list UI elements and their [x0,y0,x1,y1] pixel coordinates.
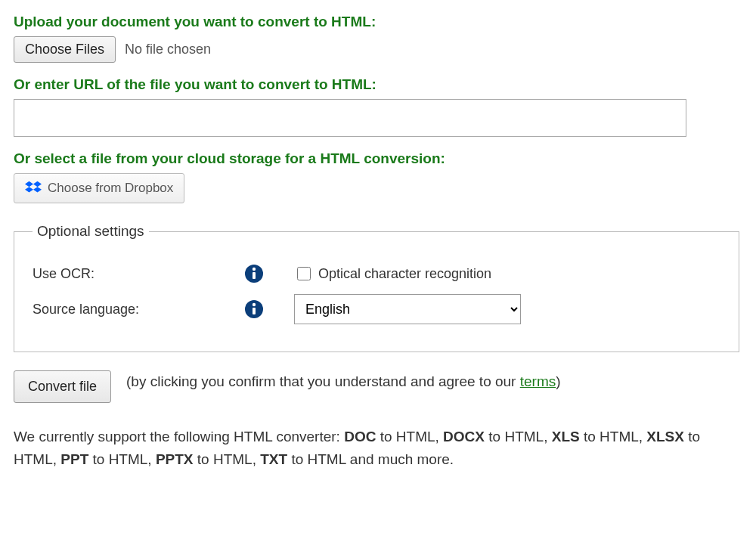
optional-settings-fieldset: Optional settings Use OCR: Optical chara… [14,223,739,352]
ocr-checkbox-label: Optical character recognition [318,266,491,282]
url-input[interactable] [14,99,686,137]
format-txt: TXT [260,451,287,467]
source-language-select[interactable]: English [294,294,521,324]
format-xls: XLS [552,429,580,444]
ocr-checkbox[interactable] [297,267,311,280]
dropbox-icon [25,180,42,197]
choose-files-button[interactable]: Choose Files [14,36,116,63]
ocr-row: Use OCR: Optical character recognition [33,264,720,283]
svg-point-2 [253,268,256,271]
svg-rect-1 [253,272,256,279]
upload-heading: Upload your document you want to convert… [14,14,742,30]
agree-text: (by clicking you confirm that you unders… [126,370,561,393]
ocr-label: Use OCR: [33,266,244,282]
dropbox-button-label: Choose from Dropbox [48,181,173,196]
svg-rect-4 [253,308,256,314]
format-doc: DOC [344,429,376,444]
language-label: Source language: [33,302,244,317]
url-heading: Or enter URL of the file you want to con… [14,76,742,93]
footer-prefix: We currently support the following HTML … [14,429,344,444]
convert-row: Convert file (by clicking you confirm th… [14,370,742,403]
info-icon[interactable] [244,299,264,319]
convert-file-button[interactable]: Convert file [14,370,111,403]
info-icon[interactable] [244,264,264,283]
cloud-heading: Or select a file from your cloud storage… [14,150,742,167]
format-pptx: PPTX [156,451,194,467]
format-ppt: PPT [60,451,88,467]
format-xlsx: XLSX [646,429,684,444]
svg-point-5 [253,303,256,306]
supported-formats-text: We currently support the following HTML … [14,426,739,472]
dropbox-button[interactable]: Choose from Dropbox [14,173,184,203]
language-row: Source language: English [33,294,720,324]
agree-suffix: ) [556,373,560,389]
agree-prefix: (by clicking you confirm that you unders… [126,373,520,389]
file-chooser-row: Choose Files No file chosen [14,36,742,63]
format-docx: DOCX [443,429,485,444]
terms-link[interactable]: terms [520,373,556,389]
optional-settings-legend: Optional settings [33,223,149,240]
file-chosen-status: No file chosen [125,42,211,57]
